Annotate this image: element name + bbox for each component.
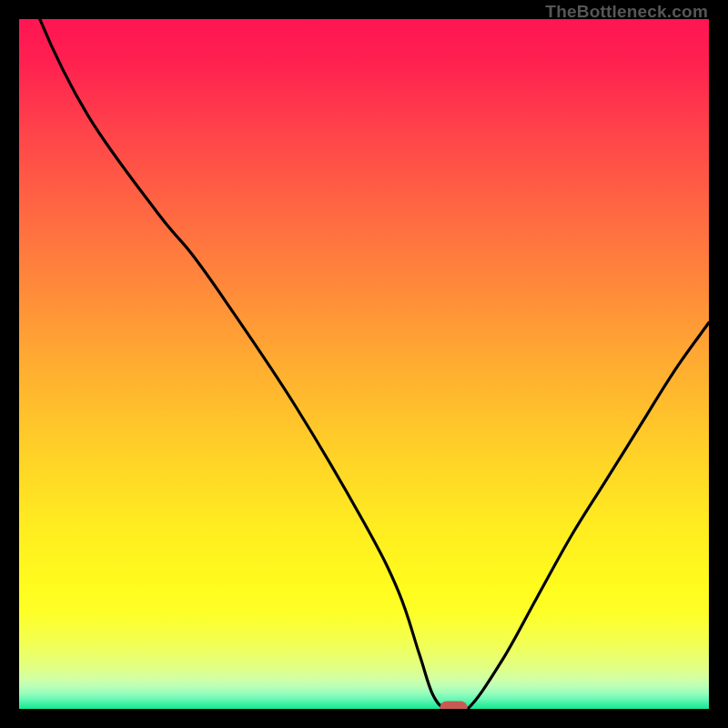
optimum-marker: [440, 702, 468, 710]
gradient-background: [19, 19, 709, 709]
chart-plot: [19, 19, 709, 709]
chart-frame: TheBottleneck.com: [0, 0, 728, 728]
